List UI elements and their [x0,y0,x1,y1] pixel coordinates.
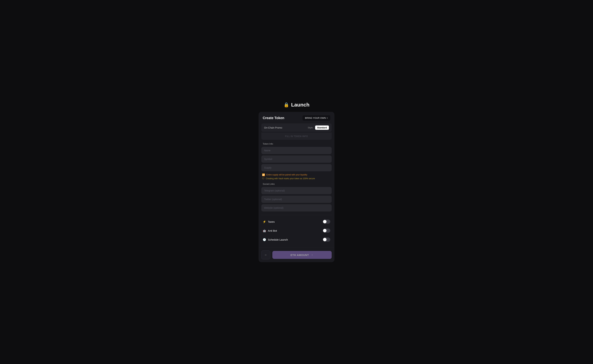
card-footer: ← ETH AMOUNT → [259,247,334,262]
hints-section: 🔁 Entire supply will be paired with your… [259,173,334,180]
supply-hint-text: Entire supply will be paired with your l… [266,174,307,176]
eth-amount-label: ETH AMOUNT [290,254,309,256]
taxes-left: ⚡ Taxes [263,220,275,223]
card-header: Create Token BRING YOUR OWN + [259,112,334,124]
schedule-label: Schedule Launch [268,238,288,241]
taxes-label: Taxes [268,220,275,223]
taxes-toggle[interactable] [323,220,330,224]
schedule-toggle-row: 🕐 Schedule Launch [261,235,332,244]
style-label: Style: [308,126,313,129]
card-title: Create Token [263,116,284,120]
lock-icon: 🔒 [284,102,289,108]
page-wrapper: 🔒 Launch Create Token BRING YOUR OWN + O… [0,95,593,269]
schedule-knob [323,238,326,241]
back-arrow-icon: ← [264,253,267,257]
eth-amount-button[interactable]: ETH AMOUNT → [272,251,332,259]
taxes-toggle-row: ⚡ Taxes [261,217,332,226]
page-title: Launch [291,102,310,108]
toggle-section: ⚡ Taxes 🤖 Anti Bot 🕐 Sch [259,217,334,244]
fill-info-bar: FILL IN TOKEN INFO [261,133,332,140]
hint-row-1: 🔁 Entire supply will be paired with your… [262,173,331,176]
page-title-row: 🔒 Launch [284,102,310,108]
antibot-toggle[interactable] [323,228,330,233]
antibot-label: Anti Bot [268,229,277,232]
token-input-group [259,147,334,171]
hint-row-2: 🛡 Creating with Vault marks your token a… [262,177,331,180]
main-card: Create Token BRING YOUR OWN + On-Chain P… [259,112,334,262]
twitter-input[interactable] [261,196,332,203]
schedule-icon: 🕐 [263,238,266,241]
style-row: Style: Standard [308,125,329,130]
taxes-icon: ⚡ [263,220,266,223]
website-input[interactable] [261,204,332,211]
taxes-knob [323,220,326,223]
schedule-left: 🕐 Schedule Launch [263,238,288,241]
name-input[interactable] [261,147,332,154]
promo-label: On-Chain Promo [264,126,282,129]
symbol-input[interactable] [261,156,332,163]
antibot-toggle-row: 🤖 Anti Bot [261,226,332,235]
promo-bar: On-Chain Promo Style: Standard [261,124,332,132]
bring-own-button[interactable]: BRING YOUR OWN + [303,115,330,121]
fill-info-text: FILL IN TOKEN INFO [285,135,308,137]
antibot-left: 🤖 Anti Bot [263,229,277,232]
antibot-knob [323,229,326,232]
style-button[interactable]: Standard [315,125,329,130]
back-button[interactable]: ← [261,250,270,259]
token-info-label: Token Info [259,143,334,145]
vault-hint-text: Creating with Vault marks your token as … [266,177,315,180]
social-input-group [259,187,334,211]
social-links-label: Social Links [259,183,334,185]
supply-input[interactable] [261,164,332,171]
antibot-icon: 🤖 [263,229,266,232]
eth-arrow-icon: → [311,253,313,256]
telegram-input[interactable] [261,187,332,194]
vault-icon: 🛡 [262,177,264,180]
schedule-toggle[interactable] [323,238,330,242]
supply-icon: 🔁 [262,173,265,176]
